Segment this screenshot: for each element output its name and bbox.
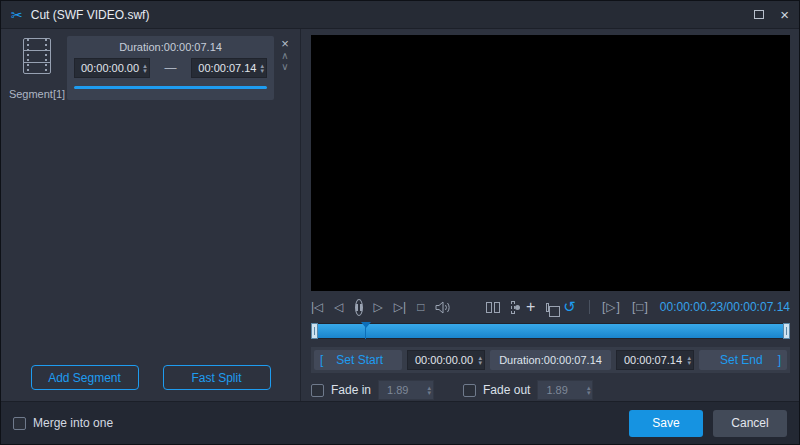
fade-out-label: Fade out [483, 383, 530, 397]
timeline-selection[interactable] [311, 324, 790, 338]
merge-label: Merge into one [33, 416, 113, 430]
spin-down-icon[interactable]: ▾ [428, 390, 432, 395]
total-time: 00:00:07.14 [727, 300, 790, 314]
segment-end-value: 00:00:07.14 [198, 62, 256, 74]
set-end-label: Set End [705, 353, 778, 367]
reset-icon[interactable]: ↺ [563, 298, 576, 316]
segment-duration-label: Duration:00:00:07.14 [74, 41, 267, 53]
next-frame-icon[interactable]: ▷ [374, 300, 383, 314]
end-bracket: ] [778, 353, 781, 367]
save-button[interactable]: Save [629, 410, 703, 437]
spin-down-icon[interactable]: ▾ [260, 68, 264, 73]
segment-delete-icon[interactable]: × [281, 37, 289, 50]
timeline-end-handle[interactable] [783, 323, 790, 339]
preview-panel: |◁ ◁ ▷ ▷| □ + ↺ [▷] [301, 29, 799, 403]
volume-icon[interactable] [435, 301, 451, 314]
titlebar: ✂ Cut (SWF VIDEO.swf) × [1, 1, 799, 29]
segment-card: Duration:00:00:07.14 00:00:00.00 ▴ ▾ — 0… [67, 36, 274, 100]
skip-start-icon[interactable]: |◁ [311, 300, 323, 314]
start-time-spinner[interactable]: ▴ ▾ [478, 355, 482, 365]
maximize-button[interactable] [754, 10, 764, 19]
close-button[interactable]: × [780, 7, 789, 22]
prev-frame-icon[interactable]: ◁ [334, 300, 343, 314]
segment-progress-bar [74, 86, 267, 89]
segment-end-input[interactable]: 00:00:07.14 ▴ ▾ [191, 58, 267, 78]
segment-move-down-icon[interactable]: ∨ [281, 61, 288, 72]
fade-out-checkbox[interactable] [463, 384, 476, 397]
fade-out-spinner[interactable]: ▴ ▾ [587, 385, 591, 395]
add-split-point-icon[interactable]: + [526, 300, 535, 314]
pause-icon[interactable] [355, 299, 363, 316]
split-view-icon[interactable] [486, 302, 500, 313]
duration-display: Duration:00:00:07.14 [490, 350, 611, 370]
stop-clip-icon[interactable]: [□] [632, 300, 649, 314]
segment-thumb: Segment[1] [9, 36, 65, 100]
window-title: Cut (SWF VIDEO.swf) [31, 8, 150, 22]
cut-dialog: ✂ Cut (SWF VIDEO.swf) × Segment[1] Durat… [0, 0, 800, 445]
maximize-icon [754, 10, 764, 19]
segment-end-spinner[interactable]: ▴ ▾ [260, 63, 264, 73]
set-start-button[interactable]: [ Set Start [314, 350, 402, 370]
fade-in-label: Fade in [331, 383, 371, 397]
spin-down-icon[interactable]: ▾ [687, 360, 691, 365]
end-time-value: 00:00:07.14 [624, 354, 682, 366]
footer-buttons: Save Cancel [629, 410, 787, 437]
segment-item[interactable]: Segment[1] Duration:00:00:07.14 00:00:00… [1, 29, 300, 100]
set-start-label: Set Start [323, 353, 396, 367]
film-strip-icon [23, 38, 51, 74]
window-buttons: × [754, 7, 789, 22]
fade-controls: Fade in 1.89 ▴ ▾ Fade out 1.89 ▴ ▾ [311, 379, 790, 401]
segment-label: Segment[1] [9, 88, 65, 100]
fade-out-input[interactable]: 1.89 ▴ ▾ [537, 380, 593, 400]
end-time-input[interactable]: 00:00:07.14 ▴ ▾ [616, 350, 694, 370]
segment-start-input[interactable]: 00:00:00.00 ▴ ▾ [74, 58, 150, 78]
snapshot-icon[interactable] [511, 301, 515, 314]
playback-controls: |◁ ◁ ▷ ▷| □ + ↺ [▷] [311, 295, 790, 319]
footer: Merge into one Save Cancel [1, 401, 799, 444]
spin-down-icon[interactable]: ▾ [478, 360, 482, 365]
spin-down-icon[interactable]: ▾ [587, 390, 591, 395]
play-clip-icon[interactable]: [▷] [602, 300, 621, 314]
fade-out-value: 1.89 [546, 384, 567, 396]
start-time-value: 00:00:00.00 [415, 354, 473, 366]
timeline-start-handle[interactable] [311, 323, 318, 339]
fast-split-button[interactable]: Fast Split [163, 365, 271, 390]
segment-start-spinner[interactable]: ▴ ▾ [143, 63, 147, 73]
spin-down-icon[interactable]: ▾ [143, 68, 147, 73]
segment-panel-buttons: Add Segment Fast Split [1, 365, 300, 390]
add-segment-button[interactable]: Add Segment [31, 365, 139, 390]
segment-time-range: 00:00:00.00 ▴ ▾ — 00:00:07.14 ▴ ▾ [74, 58, 267, 78]
scissors-icon: ✂ [11, 7, 23, 23]
segment-actions: × ∧ ∨ [274, 36, 296, 100]
trim-controls: [ Set Start 00:00:00.00 ▴ ▾ Duration:00:… [311, 347, 790, 373]
fade-in-value: 1.89 [387, 384, 408, 396]
segment-move-up-icon[interactable]: ∧ [281, 50, 288, 61]
fade-in-input[interactable]: 1.89 ▴ ▾ [378, 380, 434, 400]
current-time: 00:00:00.23 [660, 300, 723, 314]
time-display: 00:00:00.23/00:00:07.14 [660, 300, 790, 314]
set-end-button[interactable]: Set End ] [699, 350, 787, 370]
playhead-marker[interactable] [361, 322, 371, 333]
end-time-spinner[interactable]: ▴ ▾ [687, 355, 691, 365]
copy-segment-icon[interactable] [546, 303, 549, 312]
fade-in-checkbox[interactable] [311, 384, 324, 397]
range-dash: — [163, 61, 179, 75]
dialog-body: Segment[1] Duration:00:00:07.14 00:00:00… [1, 29, 799, 403]
video-preview [311, 35, 790, 291]
cancel-button[interactable]: Cancel [713, 410, 787, 437]
merge-checkbox[interactable] [13, 417, 26, 430]
start-time-input[interactable]: 00:00:00.00 ▴ ▾ [407, 350, 485, 370]
timeline[interactable] [311, 323, 790, 339]
segment-panel: Segment[1] Duration:00:00:07.14 00:00:00… [1, 29, 301, 403]
skip-end-icon[interactable]: ▷| [394, 300, 406, 314]
segment-start-value: 00:00:00.00 [81, 62, 139, 74]
stop-icon[interactable]: □ [417, 300, 424, 314]
fade-in-spinner[interactable]: ▴ ▾ [428, 385, 432, 395]
